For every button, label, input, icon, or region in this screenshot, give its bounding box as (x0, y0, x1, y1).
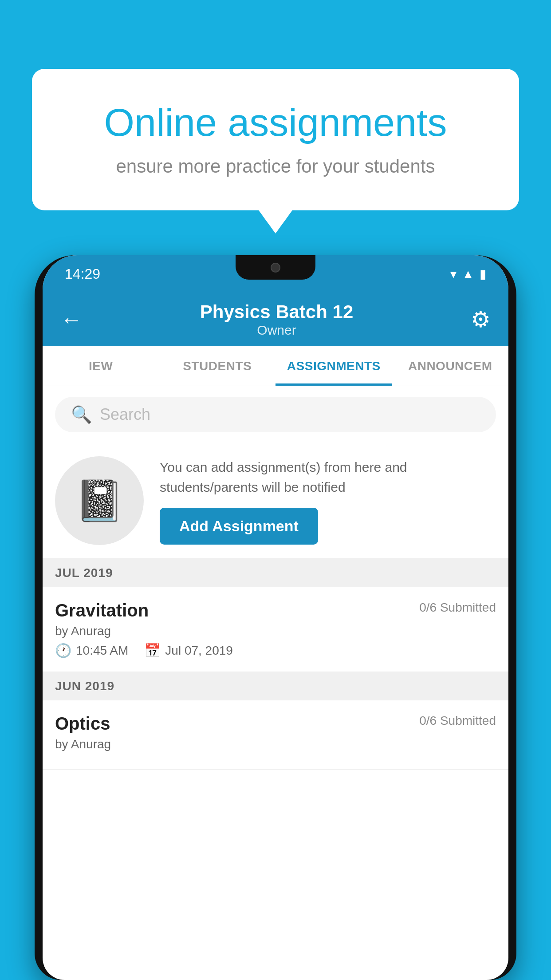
phone-content: 🔍 Search 📓 You can add assignment(s) fro… (43, 386, 508, 980)
search-container: 🔍 Search (43, 386, 508, 443)
assignment-time-gravitation: 10:45 AM (76, 644, 128, 658)
back-button[interactable]: ← (60, 307, 83, 332)
search-bar[interactable]: 🔍 Search (55, 397, 496, 432)
assignment-title-gravitation: Gravitation (55, 601, 149, 620)
tab-assignments[interactable]: ASSIGNMENTS (276, 346, 392, 386)
assignment-author-optics: by Anurag (55, 737, 496, 751)
tab-iew[interactable]: IEW (43, 346, 159, 386)
notch (236, 255, 315, 280)
promo-description: You can add assignment(s) from here and … (160, 457, 496, 497)
month-label-jul: JUL 2019 (55, 566, 113, 580)
tab-students-label: STUDENTS (183, 359, 252, 373)
search-icon: 🔍 (71, 405, 92, 424)
camera (271, 263, 280, 273)
month-header-jul: JUL 2019 (43, 559, 508, 587)
assignment-top: Gravitation 0/6 Submitted (55, 601, 496, 620)
tab-announcements[interactable]: ANNOUNCEM (392, 346, 509, 386)
assignment-optics[interactable]: Optics 0/6 Submitted by Anurag (43, 700, 508, 770)
tab-iew-label: IEW (89, 359, 113, 373)
phone-screen: 14:29 ▾ ▲ ▮ ← Physics Batch 12 Owner ⚙ I… (43, 255, 508, 980)
assignment-meta-gravitation: 🕐 10:45 AM 📅 Jul 07, 2019 (55, 643, 496, 658)
assignment-author-gravitation: by Anurag (55, 624, 496, 638)
meta-date-gravitation: 📅 Jul 07, 2019 (144, 643, 233, 658)
status-bar: 14:29 ▾ ▲ ▮ (43, 255, 508, 293)
wifi-icon: ▾ (450, 267, 457, 281)
assignment-gravitation[interactable]: Gravitation 0/6 Submitted by Anurag 🕐 10… (43, 587, 508, 672)
promo-icon-circle: 📓 (55, 456, 144, 545)
calendar-icon: 📅 (144, 643, 161, 658)
tab-announcements-label: ANNOUNCEM (408, 359, 492, 373)
speech-bubble-title: Online assignments (67, 100, 484, 145)
app-header: ← Physics Batch 12 Owner ⚙ (43, 293, 508, 346)
status-icons: ▾ ▲ ▮ (450, 267, 486, 281)
assignment-title-optics: Optics (55, 714, 110, 734)
assignment-date-gravitation: Jul 07, 2019 (165, 644, 233, 658)
phone-frame: 14:29 ▾ ▲ ▮ ← Physics Batch 12 Owner ⚙ I… (35, 255, 516, 980)
notebook-icon: 📓 (75, 478, 124, 524)
search-placeholder: Search (100, 405, 150, 424)
speech-bubble-subtitle: ensure more practice for your students (67, 156, 484, 177)
add-assignment-button[interactable]: Add Assignment (160, 508, 318, 545)
promo-content: You can add assignment(s) from here and … (160, 457, 496, 545)
speech-bubble-container: Online assignments ensure more practice … (32, 69, 519, 210)
header-subtitle: Owner (200, 323, 354, 338)
status-time: 14:29 (65, 266, 100, 282)
header-center: Physics Batch 12 Owner (200, 301, 354, 338)
assignment-optics-top: Optics 0/6 Submitted (55, 714, 496, 734)
battery-icon: ▮ (480, 267, 486, 281)
signal-icon: ▲ (462, 267, 474, 281)
assignment-submitted-gravitation: 0/6 Submitted (419, 601, 496, 615)
meta-time-gravitation: 🕐 10:45 AM (55, 643, 128, 658)
tabs-bar: IEW STUDENTS ASSIGNMENTS ANNOUNCEM (43, 346, 508, 386)
header-title: Physics Batch 12 (200, 301, 354, 323)
assignment-submitted-optics: 0/6 Submitted (419, 714, 496, 728)
settings-icon[interactable]: ⚙ (471, 307, 491, 332)
promo-section: 📓 You can add assignment(s) from here an… (43, 443, 508, 559)
speech-bubble: Online assignments ensure more practice … (32, 69, 519, 210)
tab-students[interactable]: STUDENTS (159, 346, 276, 386)
month-label-jun: JUN 2019 (55, 679, 114, 693)
month-header-jun: JUN 2019 (43, 672, 508, 700)
clock-icon: 🕐 (55, 643, 71, 658)
tab-assignments-label: ASSIGNMENTS (287, 359, 381, 373)
